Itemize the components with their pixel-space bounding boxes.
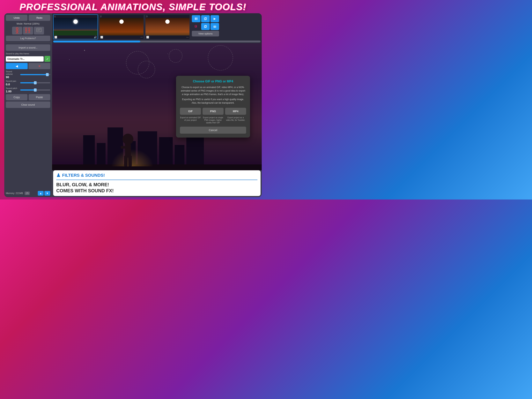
- app-container: Undo Redo Mode: Normal (180%): [4, 13, 262, 197]
- export-button[interactable]: ★: [192, 23, 200, 30]
- arrow-row: ◀ ✕: [6, 63, 50, 69]
- title-banner: PROFESSIONAL ANIMATIONS, SIMPLE TOOLS!: [0, 1, 266, 12]
- frame-2-thumb: [100, 18, 144, 35]
- mp4-button[interactable]: MP4: [225, 108, 246, 115]
- frame-2-bg: [100, 18, 144, 35]
- undo-button[interactable]: Undo: [6, 15, 27, 21]
- promo-title: ♟ FILTERS & SOUNDS!: [56, 173, 257, 178]
- svg-point-30: [214, 26, 215, 27]
- modal-description2: Exporting as PNG is useful if you want a…: [180, 98, 246, 105]
- layers-button[interactable]: [201, 23, 210, 30]
- pitch-value: 1.00: [6, 90, 19, 93]
- content-right: ▶ ★ View options: [191, 14, 220, 37]
- volume-label: Soundvolume: [6, 70, 19, 75]
- sound-confirm-icon[interactable]: ✓: [44, 56, 50, 62]
- promo-section: ♟ FILTERS & SOUNDS! BLUR, GLOW, & MORE! …: [53, 170, 260, 196]
- frame-3-thumb: [146, 18, 190, 35]
- frame-1-icon-1: ⬜: [54, 36, 57, 39]
- view-options-button[interactable]: View options: [192, 31, 219, 36]
- cancel-button[interactable]: Cancel: [180, 127, 246, 134]
- prev-sound-button[interactable]: ◀: [6, 63, 28, 69]
- volume-label-group: Soundvolume 90: [6, 70, 19, 79]
- modal-overlay: Choose GIF or PNG or MP4 Choose to expor…: [52, 43, 262, 170]
- main-area: Undo Redo Mode: Normal (180%): [4, 13, 262, 197]
- frame-3[interactable]: 3 ⬜ —: [145, 14, 190, 39]
- gif-desc: Export an animated GIF of your project: [180, 116, 201, 124]
- copy-paste-row: Copy Paste: [6, 94, 50, 100]
- divider-1: [6, 43, 50, 43]
- clear-sound-button[interactable]: Clear sound: [6, 102, 50, 108]
- progress-bar: [53, 40, 260, 42]
- volume-value: 90: [6, 75, 19, 79]
- export-modal: Choose GIF or PNG or MP4 Choose to expor…: [176, 76, 250, 138]
- pan-label: Sound pan: [6, 80, 19, 82]
- frame-1[interactable]: 1 ⬜ 🔊: [53, 14, 98, 39]
- canvas-area[interactable]: ✦ ✦ ✦ Choose GIF or PNG or MP4 Choose to…: [52, 43, 262, 170]
- stick-figure-tool[interactable]: [12, 27, 22, 34]
- frame-3-icons: ⬜ —: [146, 35, 190, 39]
- frame-1-icons: ⬜ 🔊: [54, 35, 98, 39]
- frame-1-moon: [73, 19, 78, 24]
- svg-line-11: [26, 32, 27, 33]
- promo-divider: [56, 180, 257, 180]
- frame-btns-top: ▶: [192, 15, 219, 22]
- png-button[interactable]: PNG: [203, 108, 223, 115]
- camera-button[interactable]: [210, 23, 219, 30]
- promo-text: BLUR, GLOW, & MORE! COMES WITH SOUND FX!: [56, 182, 257, 194]
- frame-3-moon: [165, 19, 170, 24]
- memory-help-button[interactable]: (?): [25, 192, 30, 195]
- export-desc-row: Export an animated GIF of your project E…: [180, 116, 246, 124]
- tool-row: [6, 27, 50, 34]
- modal-title: Choose GIF or PNG or MP4: [180, 80, 246, 83]
- frame-3-icon-1: ⬜: [146, 36, 149, 39]
- import-sound-button[interactable]: Import a sound...: [6, 45, 50, 51]
- frame-2[interactable]: 2 ⬜ —: [99, 14, 144, 39]
- play-all-button[interactable]: ▶: [210, 15, 219, 22]
- mode-label: Mode: Normal (180%): [6, 22, 50, 26]
- delete-sound-button[interactable]: ✕: [28, 63, 50, 69]
- play-button[interactable]: [192, 15, 200, 22]
- svg-line-10: [25, 32, 26, 33]
- frame-btns-bottom: ★: [192, 23, 219, 30]
- multi-figure-tool[interactable]: [23, 27, 33, 34]
- promo-line1: BLUR, GLOW, & MORE!: [56, 182, 109, 187]
- pitch-label: Sound pitch: [6, 87, 19, 90]
- pitch-slider-track[interactable]: [20, 90, 50, 90]
- svg-rect-18: [37, 28, 41, 32]
- sound-pan-row: Sound pan 0.0: [6, 80, 50, 86]
- svg-line-4: [16, 32, 17, 34]
- svg-rect-21: [195, 18, 196, 20]
- sound-volume-row: Soundvolume 90: [6, 70, 50, 79]
- copy-button[interactable]: Copy: [6, 94, 27, 100]
- mem-up-button[interactable]: ▲: [38, 191, 44, 196]
- promo-title-text: FILTERS & SOUNDS!: [62, 173, 105, 178]
- svg-point-12: [28, 28, 30, 29]
- pan-label-group: Sound pan 0.0: [6, 80, 19, 86]
- frame-3-number: 3: [146, 15, 190, 18]
- paste-button[interactable]: Paste: [29, 94, 50, 100]
- text-tool[interactable]: [34, 27, 44, 34]
- frame-2-icon-2: —: [140, 36, 143, 39]
- progress-bar-section: [52, 40, 262, 43]
- frames-strip: 1 ⬜ 🔊 2: [52, 13, 262, 40]
- promo-line2: COMES WITH SOUND FX!: [56, 188, 114, 193]
- sound-frame-label: Sound to play this frame:: [6, 52, 50, 55]
- svg-rect-22: [196, 18, 197, 20]
- frame-3-bg: [146, 18, 190, 35]
- frame-1-grass: [54, 31, 98, 35]
- memory-arrows: ▲ ▼: [38, 191, 50, 196]
- modal-description: Choose to export as an animated GIF, vid…: [180, 85, 246, 96]
- sound-select[interactable]: Cinematic Tr...: [6, 56, 44, 62]
- png-desc: Export project as single PNG images, hig…: [203, 116, 223, 124]
- export-btn-row: GIF PNG MP4: [180, 108, 246, 115]
- frame-2-moon: [119, 19, 124, 24]
- gif-button[interactable]: GIF: [180, 108, 201, 115]
- copy-frame-button[interactable]: [201, 15, 210, 22]
- mem-down-button[interactable]: ▼: [44, 191, 50, 196]
- pan-slider-track[interactable]: [20, 82, 50, 83]
- lag-problems-button[interactable]: Lag Problems?: [6, 36, 50, 41]
- redo-button[interactable]: Redo: [29, 15, 50, 21]
- svg-line-5: [17, 32, 18, 34]
- content-area: 1 ⬜ 🔊 2: [52, 13, 262, 197]
- volume-slider-track[interactable]: [20, 74, 50, 75]
